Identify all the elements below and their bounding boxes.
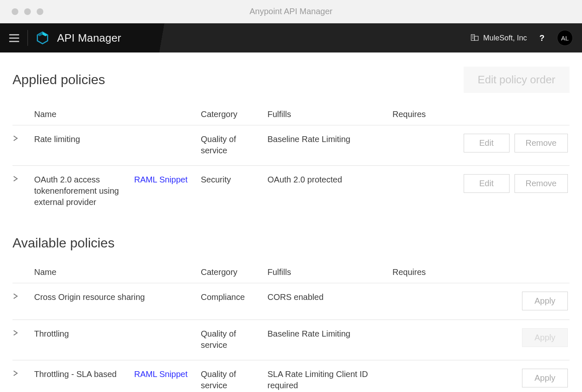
org-name: MuleSoft, Inc <box>483 34 527 42</box>
apply-button: Apply <box>522 328 568 347</box>
app-title: API Manager <box>57 32 121 45</box>
product-logo-icon <box>36 31 49 45</box>
policy-name: OAuth 2.0 access tokenenforement using e… <box>34 174 134 208</box>
hamburger-icon[interactable] <box>9 34 19 42</box>
remove-button[interactable]: Remove <box>515 134 568 152</box>
col-name: Name <box>34 267 134 278</box>
policy-category: Quality of service <box>201 134 267 156</box>
policy-fulfills: OAuth 2.0 protected <box>267 174 392 185</box>
policy-category: Quality of service <box>201 369 267 391</box>
building-icon <box>471 33 479 43</box>
edit-button[interactable]: Edit <box>464 174 510 193</box>
table-row: Cross Origin resource sharing Compliance… <box>12 283 570 320</box>
table-row: OAuth 2.0 access tokenenforement using e… <box>12 166 570 217</box>
avatar[interactable]: AL <box>557 30 573 46</box>
org-switcher[interactable]: MuleSoft, Inc <box>471 33 527 43</box>
table-row: Throttling - SLA based RAML Snippet Qual… <box>12 360 570 392</box>
table-header: Name Catergory Fulfills Requires <box>12 101 570 125</box>
policy-name: Cross Origin resource sharing <box>34 292 201 303</box>
window-title: Anypoint API Manager <box>0 7 582 16</box>
table-row: Throttling Quality of service Baseline R… <box>12 320 570 360</box>
policy-fulfills: Baseline Rate Limiting <box>267 328 392 340</box>
table-row: Rate limiting Quality of service Baselin… <box>12 125 570 166</box>
raml-snippet-link[interactable]: RAML Snippet <box>134 370 187 379</box>
policy-category: Compliance <box>201 292 267 303</box>
apply-button[interactable]: Apply <box>522 292 568 310</box>
col-requires: Requires <box>392 267 570 278</box>
policy-fulfills: CORS enabled <box>267 292 392 303</box>
policy-category: Security <box>201 174 267 185</box>
col-requires: Requires <box>392 109 570 120</box>
window-controls <box>0 8 43 15</box>
policy-name: Rate limiting <box>34 134 134 145</box>
available-policies-table: Name Catergory Fulfills Requires Cross O… <box>12 259 570 392</box>
policy-name: Throttling - SLA based <box>34 369 134 380</box>
window-titlebar: Anypoint API Manager <box>0 0 582 23</box>
edit-policy-order-button[interactable]: Edit policy order <box>464 67 570 93</box>
col-fulfills: Fulfills <box>267 109 392 120</box>
close-window-button[interactable] <box>12 8 18 15</box>
applied-policies-table: Name Catergory Fulfills Requires Rate li… <box>12 101 570 217</box>
svg-rect-3 <box>471 35 475 40</box>
svg-rect-4 <box>475 36 478 40</box>
expand-row-icon[interactable] <box>12 369 34 376</box>
divider <box>27 30 28 46</box>
expand-row-icon[interactable] <box>12 292 34 299</box>
expand-row-icon[interactable] <box>12 328 34 336</box>
edit-button[interactable]: Edit <box>464 134 510 152</box>
policy-fulfills: Baseline Rate Limiting <box>267 134 392 145</box>
app-header: API Manager MuleSoft, Inc ? AL <box>0 23 582 52</box>
page-content: Applied policies Edit policy order Name … <box>0 52 582 392</box>
policy-fulfills: SLA Rate Limiting Client ID required <box>267 369 392 391</box>
minimize-window-button[interactable] <box>24 8 31 15</box>
policy-category: Quality of service <box>201 328 267 351</box>
policy-name: Throttling <box>34 328 134 340</box>
col-category: Catergory <box>201 109 267 120</box>
remove-button[interactable]: Remove <box>515 174 568 193</box>
raml-snippet-link[interactable]: RAML Snippet <box>134 175 187 184</box>
col-fulfills: Fulfills <box>267 267 392 278</box>
apply-button[interactable]: Apply <box>522 369 568 387</box>
zoom-window-button[interactable] <box>37 8 43 15</box>
expand-row-icon[interactable] <box>12 174 34 182</box>
help-icon[interactable]: ? <box>535 32 549 45</box>
col-category: Catergory <box>201 267 267 278</box>
expand-row-icon[interactable] <box>12 134 34 141</box>
col-name: Name <box>34 109 134 120</box>
table-header: Name Catergory Fulfills Requires <box>12 259 570 283</box>
applied-policies-heading: Applied policies <box>12 72 105 87</box>
available-policies-heading: Available policies <box>12 235 115 251</box>
